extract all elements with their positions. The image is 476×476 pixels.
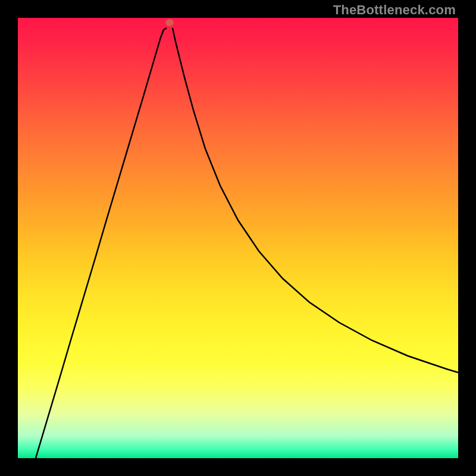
curve-left-branch [36, 28, 167, 458]
chart-container: TheBottleneck.com [0, 0, 476, 476]
plot-area [18, 18, 458, 458]
minimum-marker [165, 19, 174, 26]
attribution-text: TheBottleneck.com [333, 2, 456, 18]
curve-right-branch [173, 28, 458, 372]
curve-svg [18, 18, 458, 458]
